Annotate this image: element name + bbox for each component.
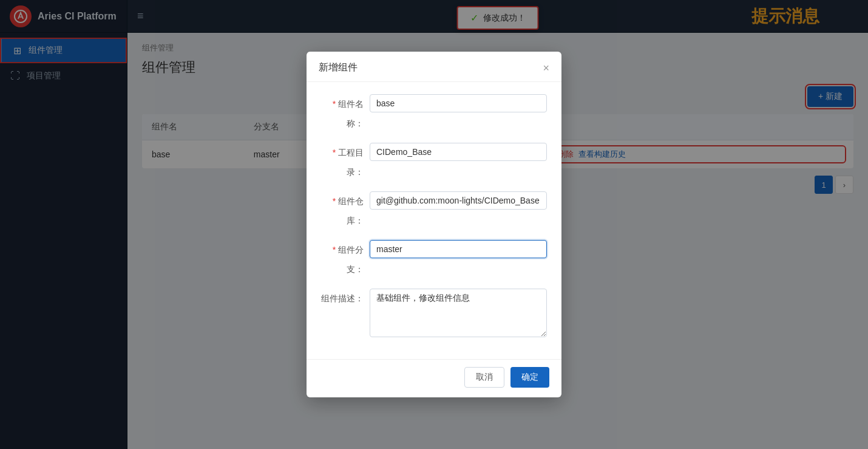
form-row-desc: 组件描述： 基础组件，修改组件信息 xyxy=(321,289,547,337)
branch-label: 组件分支： xyxy=(321,240,370,279)
modal-body: 组件名称： 工程目录： 组件仓库： 组件分支： 组件描述： 基础组件，修改组件信 xyxy=(307,82,561,359)
desc-label: 组件描述： xyxy=(321,289,370,308)
project-dir-input[interactable] xyxy=(370,143,547,161)
form-row-project-dir: 工程目录： xyxy=(321,143,547,182)
modal-overlay[interactable]: 新增组件 × 组件名称： 工程目录： 组件仓库： 组件分支： xyxy=(0,0,868,449)
form-row-branch: 组件分支： xyxy=(321,240,547,279)
branch-input[interactable] xyxy=(370,240,547,258)
modal-dialog: 新增组件 × 组件名称： 工程目录： 组件仓库： 组件分支： xyxy=(307,52,561,397)
name-label: 组件名称： xyxy=(321,94,370,133)
name-input[interactable] xyxy=(370,94,547,112)
project-dir-label: 工程目录： xyxy=(321,143,370,182)
form-row-repo: 组件仓库： xyxy=(321,191,547,230)
cancel-button[interactable]: 取消 xyxy=(464,367,504,388)
desc-input[interactable]: 基础组件，修改组件信息 xyxy=(370,289,547,337)
repo-input[interactable] xyxy=(370,191,547,210)
repo-label: 组件仓库： xyxy=(321,191,370,230)
modal-header: 新增组件 × xyxy=(307,52,561,82)
modal-close-button[interactable]: × xyxy=(543,63,549,74)
modal-footer: 取消 确定 xyxy=(307,359,561,397)
modal-title: 新增组件 xyxy=(319,61,358,74)
form-row-name: 组件名称： xyxy=(321,94,547,133)
confirm-button[interactable]: 确定 xyxy=(510,367,549,388)
